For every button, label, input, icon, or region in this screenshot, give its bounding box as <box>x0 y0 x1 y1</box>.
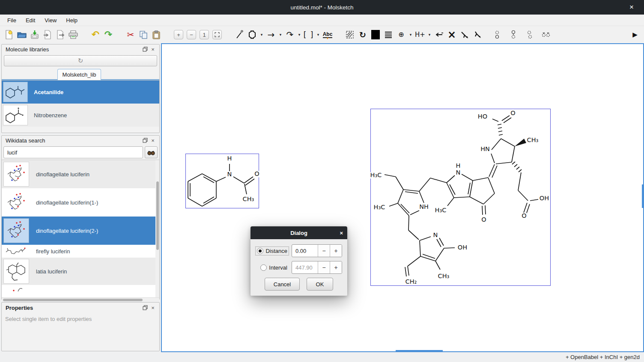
wikidata-horizontal-scrollbar[interactable] <box>2 297 159 301</box>
close-panel-icon[interactable]: × <box>149 45 157 53</box>
draw-bond-button[interactable] <box>233 29 246 41</box>
result-dinoflagellate-luciferin-2[interactable]: dinoflagellate luciferin(2-) <box>2 217 159 245</box>
brackets-dropdown[interactable]: ▾ <box>315 29 321 41</box>
tab-molsketch-lib[interactable]: Molsketch_lib <box>57 69 101 80</box>
redo-button[interactable]: ↷ <box>102 29 115 41</box>
menu-file[interactable]: File <box>3 15 21 25</box>
color-button[interactable] <box>369 29 382 41</box>
mechanism-arrow-dropdown[interactable]: ▾ <box>296 29 302 41</box>
result-label: latia luciferin <box>36 268 67 275</box>
luciferin-bonds <box>371 109 551 286</box>
result-latia-luciferin[interactable]: latia luciferin <box>2 258 159 285</box>
reaction-arrow-icon: → <box>268 30 275 39</box>
import-button[interactable] <box>41 29 54 41</box>
zoom-original-icon: 1 <box>200 30 209 39</box>
zoom-original-button[interactable]: 1 <box>198 29 211 41</box>
menu-help[interactable]: Help <box>61 15 82 25</box>
ring-tool-dropdown[interactable]: ▾ <box>259 29 265 41</box>
flip-bond-right-button[interactable] <box>471 29 484 41</box>
refresh-libraries-button[interactable]: ↻ <box>4 55 157 66</box>
distance-value[interactable]: 0.00 <box>292 245 318 257</box>
text-tool-button[interactable]: Abc ▾ <box>321 29 334 41</box>
molecule-thumbnail <box>3 162 29 187</box>
window-close-button[interactable]: × <box>625 0 638 15</box>
distance-spinbox[interactable]: 0.00 − + <box>292 244 342 257</box>
distance-radio-option[interactable]: Distance <box>256 247 289 255</box>
copy-button[interactable] <box>137 29 150 41</box>
rotate-button[interactable]: ↻ <box>356 29 369 41</box>
molecule-luciferin[interactable]: HOOCH₃HNHNH₃CH₃CNHH₃COOHONOHCH₃CH₂ <box>370 109 551 286</box>
ok-button[interactable]: OK <box>307 278 333 291</box>
float-panel-icon[interactable] <box>141 304 149 312</box>
result-dinoflagellate-luciferin-1[interactable]: dinoflagellate luciferin(1-) <box>2 188 159 217</box>
canvas-hscroll-indicator[interactable] <box>396 350 443 351</box>
dialog-close-button[interactable]: × <box>340 230 343 236</box>
atom-label: H <box>227 155 233 162</box>
close-panel-icon[interactable]: × <box>149 304 157 312</box>
paste-button[interactable] <box>150 29 163 41</box>
lasso-select-button[interactable] <box>343 29 356 41</box>
drawing-canvas[interactable]: HNOCH₃ <box>161 43 644 352</box>
atom-tool-1-button[interactable] <box>491 29 504 41</box>
interval-spinbox[interactable]: 447.90 − + <box>292 261 342 274</box>
menu-edit[interactable]: Edit <box>21 15 40 25</box>
interval-increment-button[interactable]: + <box>330 261 342 273</box>
open-file-button[interactable] <box>15 29 28 41</box>
atom-label: CH₂ <box>405 279 417 285</box>
library-tabbar: Molsketch_lib <box>2 68 159 80</box>
molecule-acetanilide[interactable]: HNOCH₃ <box>185 154 259 208</box>
zoom-in-button[interactable]: + <box>172 29 185 41</box>
ring-tool-button[interactable] <box>246 29 259 41</box>
library-item-nitrobenzene[interactable]: Nitrobenzene <box>2 104 159 127</box>
new-document-button[interactable] <box>3 29 15 41</box>
charge-button[interactable]: ⊕ <box>395 29 408 41</box>
float-panel-icon[interactable] <box>141 45 149 53</box>
distance-decrement-button[interactable]: − <box>318 245 330 257</box>
cancel-button[interactable]: Cancel <box>265 278 300 291</box>
atom-label: O <box>510 110 516 116</box>
zoom-fit-button[interactable] <box>211 29 224 41</box>
close-panel-icon[interactable]: × <box>149 136 157 144</box>
interval-radio-option[interactable]: Interval <box>256 264 289 272</box>
delete-button[interactable]: × <box>445 29 458 41</box>
result-partial-row[interactable] <box>2 285 159 294</box>
interval-decrement-button[interactable]: − <box>318 261 330 273</box>
export-button[interactable] <box>54 29 67 41</box>
canvas-vscroll-indicator[interactable] <box>642 184 643 208</box>
interval-radio[interactable] <box>260 264 267 271</box>
line-width-button[interactable] <box>382 29 395 41</box>
reaction-arrow-button[interactable]: → <box>265 29 277 41</box>
wikidata-vertical-scrollbar[interactable] <box>155 160 159 297</box>
mechanism-arrow-button[interactable]: ↷ <box>283 29 296 41</box>
distance-increment-button[interactable]: + <box>330 245 342 257</box>
atom-tool-4-button[interactable] <box>540 29 552 41</box>
wikidata-search-input[interactable] <box>3 146 143 158</box>
implicit-hydrogen-button[interactable] <box>432 29 445 41</box>
wikidata-search-button[interactable] <box>145 146 158 158</box>
atom-tool-3-button[interactable] <box>523 29 536 41</box>
toolbar-expand-button[interactable]: ▶ <box>629 29 641 41</box>
hydrogen-dropdown[interactable]: ▾ <box>426 29 432 41</box>
zoom-in-icon: + <box>174 30 183 39</box>
cut-button[interactable]: ✂ <box>124 29 137 41</box>
reaction-arrow-dropdown[interactable]: ▾ <box>277 29 283 41</box>
hydrogen-button[interactable]: H+ <box>414 29 426 41</box>
result-firefly-luciferin[interactable]: firefly luciferin <box>2 245 159 258</box>
atom-tool-2-button[interactable] <box>507 29 520 41</box>
text-tool-dropdown[interactable]: ▾ <box>327 36 328 40</box>
distance-radio[interactable] <box>257 248 263 254</box>
library-item-acetanilide[interactable]: Acetanilide <box>2 80 159 104</box>
result-dinoflagellate-luciferin[interactable]: dinoflagellate luciferin <box>2 160 159 188</box>
save-button[interactable] <box>28 29 41 41</box>
flip-bond-left-button[interactable] <box>458 29 471 41</box>
brackets-tool-button[interactable]: [ ] <box>302 29 315 41</box>
print-button[interactable] <box>67 29 80 41</box>
cut-icon: ✂ <box>127 30 134 39</box>
float-panel-icon[interactable] <box>141 136 149 144</box>
menu-view[interactable]: View <box>40 15 61 25</box>
window-titlebar[interactable]: untitled.mol* - Molsketch × <box>0 0 644 15</box>
charge-dropdown[interactable]: ▾ <box>408 29 414 41</box>
undo-button[interactable]: ↶ <box>89 29 102 41</box>
zoom-out-button[interactable]: − <box>185 29 198 41</box>
dialog-titlebar[interactable]: Dialog × <box>250 226 347 239</box>
